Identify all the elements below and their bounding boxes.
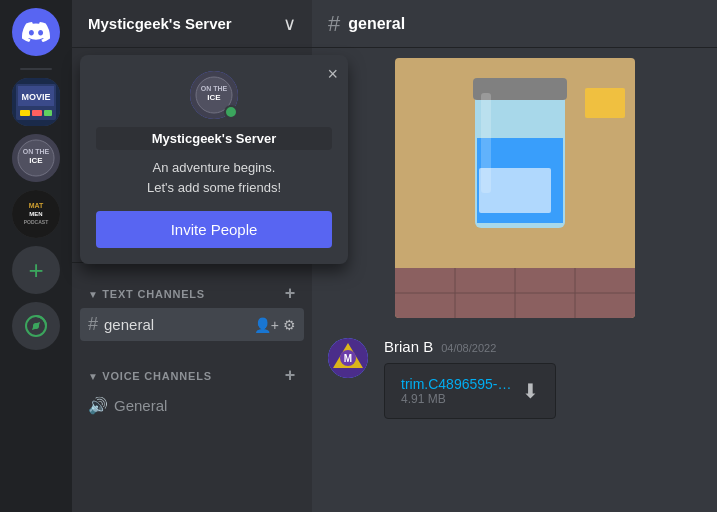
discord-home-button[interactable] [12, 8, 60, 56]
server-chevron-icon: ∨ [283, 13, 296, 35]
svg-rect-26 [479, 168, 551, 213]
voice-speaker-icon: 🔊 [88, 396, 108, 415]
channel-header-hash-icon: # [328, 11, 340, 37]
add-server-button[interactable]: + [12, 246, 60, 294]
channel-hash-icon: # [88, 314, 98, 335]
svg-text:ICE: ICE [207, 93, 221, 102]
file-attachment[interactable]: trim.C4896595-… 4.91 MB ⬇ [384, 363, 556, 419]
popup-desc-line2: Let's add some friends! [147, 180, 281, 195]
svg-rect-5 [32, 110, 42, 116]
user-avatar: M [328, 338, 368, 378]
voice-channels-label: ▼ VOICE CHANNELS [88, 370, 212, 382]
server-icon-3[interactable]: MAT MEN PODCAST [12, 190, 60, 238]
message-item: M Brian B 04/08/2022 trim.C4896595-… 4.9… [312, 328, 717, 429]
message-header: Brian B 04/08/2022 [384, 338, 701, 355]
channel-header-name: general [348, 15, 405, 33]
svg-rect-4 [20, 110, 30, 116]
invite-people-button[interactable]: Invite People [96, 211, 332, 248]
svg-text:M: M [344, 353, 352, 364]
message-username: Brian B [384, 338, 433, 355]
message-body: Brian B 04/08/2022 trim.C4896595-… 4.91 … [384, 338, 701, 419]
add-member-icon[interactable]: 👤+ [254, 317, 279, 333]
channel-action-icons: 👤+ ⚙ [254, 317, 296, 333]
svg-text:ON THE: ON THE [23, 148, 50, 155]
add-icon: + [28, 257, 43, 283]
file-info: trim.C4896595-… 4.91 MB [401, 376, 512, 406]
message-timestamp: 04/08/2022 [441, 342, 496, 354]
server-list-divider [20, 68, 52, 70]
text-channels-header[interactable]: ▼ TEXT CHANNELS + [80, 279, 304, 308]
popup-description: An adventure begins. Let's add some frie… [96, 158, 332, 197]
text-channels-section: ▼ TEXT CHANNELS + # general 👤+ ⚙ [72, 263, 312, 345]
main-content: # general [312, 0, 717, 512]
svg-text:ICE: ICE [29, 156, 43, 165]
explore-servers-button[interactable] [12, 302, 60, 350]
popup-desc-line1: An adventure begins. [153, 160, 276, 175]
popup-close-button[interactable]: × [327, 65, 338, 83]
popup-server-name: Mysticgeek's Server [96, 127, 332, 150]
file-size: 4.91 MB [401, 392, 512, 406]
popup-server-icon: ON THE ICE [190, 71, 238, 119]
voice-channel-name: General [114, 397, 296, 414]
svg-rect-32 [585, 88, 625, 118]
messages-area: M Brian B 04/08/2022 trim.C4896595-… 4.9… [312, 48, 717, 512]
server-header[interactable]: Mysticgeek's Server ∨ [72, 0, 312, 48]
online-indicator [224, 105, 238, 119]
text-channels-label: ▼ TEXT CHANNELS [88, 288, 205, 300]
uploaded-image [395, 58, 635, 318]
image-message [312, 48, 717, 328]
server-icon-2[interactable]: ON THE ICE [12, 134, 60, 182]
settings-icon[interactable]: ⚙ [283, 317, 296, 333]
voice-channels-header[interactable]: ▼ VOICE CHANNELS + [80, 361, 304, 390]
svg-text:PODCAST: PODCAST [24, 219, 48, 225]
channel-sidebar: Mysticgeek's Server ∨ × ON THE ICE Mysti… [72, 0, 312, 512]
add-voice-channel-button[interactable]: + [285, 365, 296, 386]
svg-text:MOVIE: MOVIE [21, 92, 50, 102]
svg-rect-6 [44, 110, 52, 116]
server-name: Mysticgeek's Server [88, 15, 232, 32]
svg-text:ON THE: ON THE [201, 85, 228, 92]
download-button[interactable]: ⬇ [522, 379, 539, 403]
server-icon-1[interactable]: MOVIE [12, 78, 60, 126]
voice-channels-section: ▼ VOICE CHANNELS + 🔊 General [72, 345, 312, 425]
add-text-channel-button[interactable]: + [285, 283, 296, 304]
file-name: trim.C4896595-… [401, 376, 512, 392]
server-popup-card: × ON THE ICE Mysticgeek's Server An adve… [80, 55, 348, 264]
channel-header: # general [312, 0, 717, 48]
voice-channel-general[interactable]: 🔊 General [80, 390, 304, 421]
channel-general[interactable]: # general 👤+ ⚙ [80, 308, 304, 341]
channel-name: general [104, 316, 248, 333]
server-list: MOVIE ON THE ICE MAT MEN PODCAST + [0, 0, 72, 512]
svg-text:MEN: MEN [29, 211, 42, 217]
svg-text:MAT: MAT [29, 202, 44, 209]
